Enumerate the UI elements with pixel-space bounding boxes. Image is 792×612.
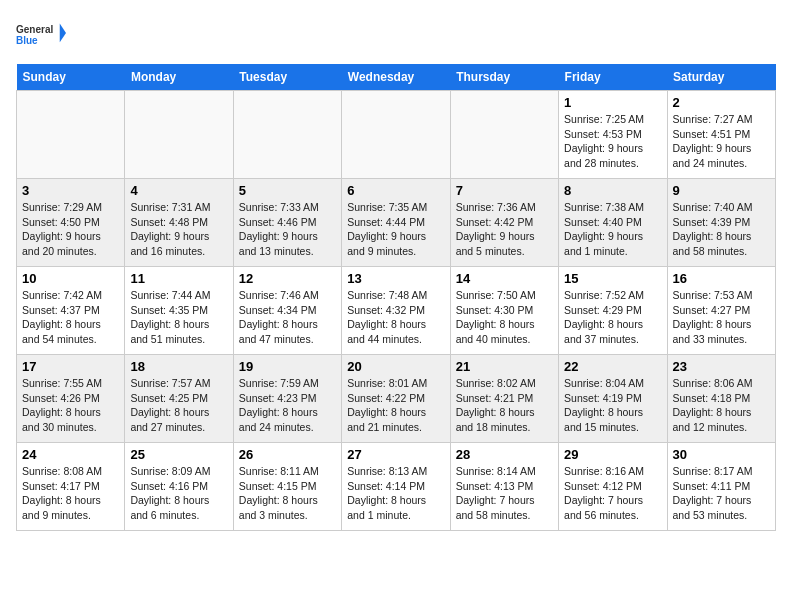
calendar-cell: 29Sunrise: 8:16 AMSunset: 4:12 PMDayligh…: [559, 443, 667, 531]
day-info: Sunrise: 7:57 AMSunset: 4:25 PMDaylight:…: [130, 376, 227, 435]
day-info: Sunrise: 8:14 AMSunset: 4:13 PMDaylight:…: [456, 464, 553, 523]
calendar-cell: 21Sunrise: 8:02 AMSunset: 4:21 PMDayligh…: [450, 355, 558, 443]
day-info: Sunrise: 8:13 AMSunset: 4:14 PMDaylight:…: [347, 464, 444, 523]
calendar-cell: [125, 91, 233, 179]
calendar-cell: 5Sunrise: 7:33 AMSunset: 4:46 PMDaylight…: [233, 179, 341, 267]
day-info: Sunrise: 7:27 AMSunset: 4:51 PMDaylight:…: [673, 112, 770, 171]
week-row-4: 17Sunrise: 7:55 AMSunset: 4:26 PMDayligh…: [17, 355, 776, 443]
day-info: Sunrise: 7:25 AMSunset: 4:53 PMDaylight:…: [564, 112, 661, 171]
day-number: 14: [456, 271, 553, 286]
day-number: 4: [130, 183, 227, 198]
svg-text:Blue: Blue: [16, 35, 38, 46]
day-number: 10: [22, 271, 119, 286]
weekday-header-friday: Friday: [559, 64, 667, 91]
weekday-header-thursday: Thursday: [450, 64, 558, 91]
calendar-cell: 19Sunrise: 7:59 AMSunset: 4:23 PMDayligh…: [233, 355, 341, 443]
calendar-table: SundayMondayTuesdayWednesdayThursdayFrid…: [16, 64, 776, 531]
day-number: 20: [347, 359, 444, 374]
day-info: Sunrise: 7:29 AMSunset: 4:50 PMDaylight:…: [22, 200, 119, 259]
day-number: 26: [239, 447, 336, 462]
logo: General Blue: [16, 16, 66, 56]
day-info: Sunrise: 7:31 AMSunset: 4:48 PMDaylight:…: [130, 200, 227, 259]
day-info: Sunrise: 8:04 AMSunset: 4:19 PMDaylight:…: [564, 376, 661, 435]
day-info: Sunrise: 7:36 AMSunset: 4:42 PMDaylight:…: [456, 200, 553, 259]
day-info: Sunrise: 7:35 AMSunset: 4:44 PMDaylight:…: [347, 200, 444, 259]
day-number: 5: [239, 183, 336, 198]
week-row-2: 3Sunrise: 7:29 AMSunset: 4:50 PMDaylight…: [17, 179, 776, 267]
day-info: Sunrise: 8:02 AMSunset: 4:21 PMDaylight:…: [456, 376, 553, 435]
calendar-cell: [233, 91, 341, 179]
day-info: Sunrise: 7:44 AMSunset: 4:35 PMDaylight:…: [130, 288, 227, 347]
day-info: Sunrise: 7:38 AMSunset: 4:40 PMDaylight:…: [564, 200, 661, 259]
calendar-cell: 4Sunrise: 7:31 AMSunset: 4:48 PMDaylight…: [125, 179, 233, 267]
calendar-cell: 27Sunrise: 8:13 AMSunset: 4:14 PMDayligh…: [342, 443, 450, 531]
page-header: General Blue: [16, 16, 776, 56]
week-row-5: 24Sunrise: 8:08 AMSunset: 4:17 PMDayligh…: [17, 443, 776, 531]
day-info: Sunrise: 7:50 AMSunset: 4:30 PMDaylight:…: [456, 288, 553, 347]
calendar-cell: 26Sunrise: 8:11 AMSunset: 4:15 PMDayligh…: [233, 443, 341, 531]
day-info: Sunrise: 7:33 AMSunset: 4:46 PMDaylight:…: [239, 200, 336, 259]
calendar-cell: 6Sunrise: 7:35 AMSunset: 4:44 PMDaylight…: [342, 179, 450, 267]
day-number: 9: [673, 183, 770, 198]
calendar-cell: 11Sunrise: 7:44 AMSunset: 4:35 PMDayligh…: [125, 267, 233, 355]
day-number: 6: [347, 183, 444, 198]
day-info: Sunrise: 7:42 AMSunset: 4:37 PMDaylight:…: [22, 288, 119, 347]
day-number: 13: [347, 271, 444, 286]
day-info: Sunrise: 7:59 AMSunset: 4:23 PMDaylight:…: [239, 376, 336, 435]
calendar-cell: 20Sunrise: 8:01 AMSunset: 4:22 PMDayligh…: [342, 355, 450, 443]
calendar-cell: 10Sunrise: 7:42 AMSunset: 4:37 PMDayligh…: [17, 267, 125, 355]
day-info: Sunrise: 7:48 AMSunset: 4:32 PMDaylight:…: [347, 288, 444, 347]
calendar-cell: 2Sunrise: 7:27 AMSunset: 4:51 PMDaylight…: [667, 91, 775, 179]
day-number: 28: [456, 447, 553, 462]
day-info: Sunrise: 7:52 AMSunset: 4:29 PMDaylight:…: [564, 288, 661, 347]
calendar-cell: 15Sunrise: 7:52 AMSunset: 4:29 PMDayligh…: [559, 267, 667, 355]
day-info: Sunrise: 7:46 AMSunset: 4:34 PMDaylight:…: [239, 288, 336, 347]
day-info: Sunrise: 8:01 AMSunset: 4:22 PMDaylight:…: [347, 376, 444, 435]
calendar-cell: 1Sunrise: 7:25 AMSunset: 4:53 PMDaylight…: [559, 91, 667, 179]
day-number: 29: [564, 447, 661, 462]
calendar-cell: 8Sunrise: 7:38 AMSunset: 4:40 PMDaylight…: [559, 179, 667, 267]
day-number: 21: [456, 359, 553, 374]
calendar-cell: 24Sunrise: 8:08 AMSunset: 4:17 PMDayligh…: [17, 443, 125, 531]
day-number: 3: [22, 183, 119, 198]
day-number: 2: [673, 95, 770, 110]
day-info: Sunrise: 7:55 AMSunset: 4:26 PMDaylight:…: [22, 376, 119, 435]
calendar-cell: 23Sunrise: 8:06 AMSunset: 4:18 PMDayligh…: [667, 355, 775, 443]
svg-text:General: General: [16, 24, 53, 35]
day-info: Sunrise: 8:11 AMSunset: 4:15 PMDaylight:…: [239, 464, 336, 523]
header-row: SundayMondayTuesdayWednesdayThursdayFrid…: [17, 64, 776, 91]
day-number: 23: [673, 359, 770, 374]
calendar-cell: 16Sunrise: 7:53 AMSunset: 4:27 PMDayligh…: [667, 267, 775, 355]
day-number: 27: [347, 447, 444, 462]
day-info: Sunrise: 8:17 AMSunset: 4:11 PMDaylight:…: [673, 464, 770, 523]
day-info: Sunrise: 7:53 AMSunset: 4:27 PMDaylight:…: [673, 288, 770, 347]
day-number: 12: [239, 271, 336, 286]
calendar-cell: 13Sunrise: 7:48 AMSunset: 4:32 PMDayligh…: [342, 267, 450, 355]
day-number: 11: [130, 271, 227, 286]
day-number: 16: [673, 271, 770, 286]
calendar-cell: 3Sunrise: 7:29 AMSunset: 4:50 PMDaylight…: [17, 179, 125, 267]
day-info: Sunrise: 8:08 AMSunset: 4:17 PMDaylight:…: [22, 464, 119, 523]
weekday-header-saturday: Saturday: [667, 64, 775, 91]
day-info: Sunrise: 8:16 AMSunset: 4:12 PMDaylight:…: [564, 464, 661, 523]
day-number: 8: [564, 183, 661, 198]
week-row-3: 10Sunrise: 7:42 AMSunset: 4:37 PMDayligh…: [17, 267, 776, 355]
day-number: 7: [456, 183, 553, 198]
day-info: Sunrise: 8:09 AMSunset: 4:16 PMDaylight:…: [130, 464, 227, 523]
calendar-cell: 9Sunrise: 7:40 AMSunset: 4:39 PMDaylight…: [667, 179, 775, 267]
day-number: 18: [130, 359, 227, 374]
calendar-cell: [17, 91, 125, 179]
day-number: 22: [564, 359, 661, 374]
week-row-1: 1Sunrise: 7:25 AMSunset: 4:53 PMDaylight…: [17, 91, 776, 179]
calendar-cell: [342, 91, 450, 179]
calendar-cell: [450, 91, 558, 179]
calendar-cell: 7Sunrise: 7:36 AMSunset: 4:42 PMDaylight…: [450, 179, 558, 267]
weekday-header-monday: Monday: [125, 64, 233, 91]
weekday-header-sunday: Sunday: [17, 64, 125, 91]
weekday-header-wednesday: Wednesday: [342, 64, 450, 91]
day-info: Sunrise: 8:06 AMSunset: 4:18 PMDaylight:…: [673, 376, 770, 435]
calendar-cell: 12Sunrise: 7:46 AMSunset: 4:34 PMDayligh…: [233, 267, 341, 355]
calendar-cell: 30Sunrise: 8:17 AMSunset: 4:11 PMDayligh…: [667, 443, 775, 531]
day-number: 15: [564, 271, 661, 286]
calendar-cell: 22Sunrise: 8:04 AMSunset: 4:19 PMDayligh…: [559, 355, 667, 443]
